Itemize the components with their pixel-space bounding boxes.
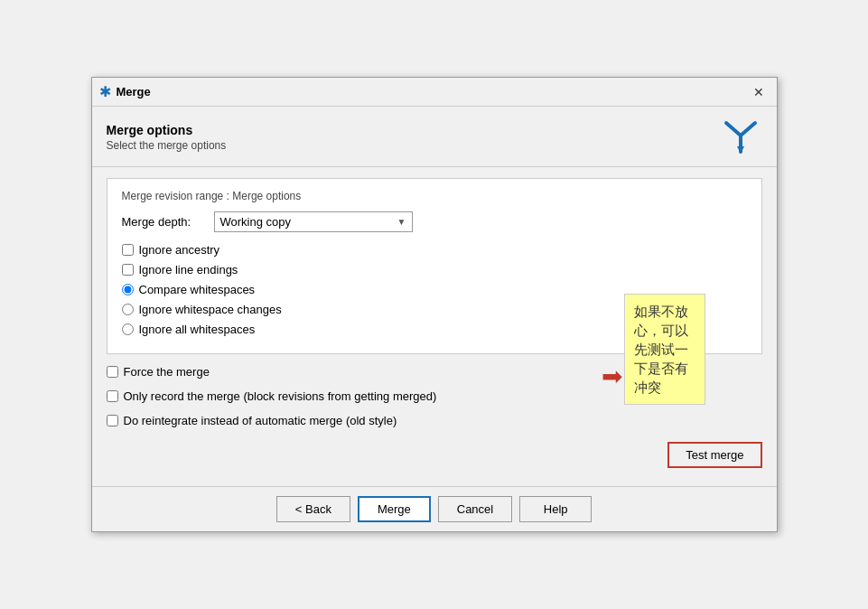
merge-app-icon: ✱: [99, 83, 111, 100]
ignore-ancestry-row: Ignore ancestry: [122, 243, 747, 257]
footer-bar: < Back Merge Cancel Help: [92, 486, 777, 531]
close-button[interactable]: ✕: [748, 84, 770, 100]
do-reintegrate-label: Do reintegrate instead of automatic merg…: [124, 414, 397, 427]
annotation-text: 如果不放心，可以先测试一下是否有冲突: [634, 304, 688, 395]
ignore-line-endings-row: Ignore line endings: [122, 263, 747, 276]
svg-marker-3: [737, 146, 744, 154]
ignore-whitespace-changes-radio[interactable]: [122, 304, 134, 315]
section-title: Merge revision range : Merge options: [122, 190, 747, 202]
ignore-all-whitespaces-label: Ignore all whitespaces: [139, 323, 256, 336]
merge-depth-dropdown[interactable]: Working copy ▼: [214, 211, 413, 232]
force-merge-checkbox[interactable]: [107, 366, 118, 378]
test-merge-button[interactable]: Test merge: [667, 442, 761, 468]
dropdown-value: Working copy: [220, 215, 292, 229]
cancel-button[interactable]: Cancel: [438, 496, 512, 522]
svg-line-1: [726, 123, 741, 136]
ignore-whitespace-changes-label: Ignore whitespace changes: [139, 303, 282, 316]
ignore-ancestry-label: Ignore ancestry: [139, 243, 220, 257]
arrow-icon: ➡: [602, 361, 622, 391]
header-subtitle: Select the merge options: [107, 139, 227, 152]
back-button[interactable]: < Back: [276, 496, 350, 522]
header-area: Merge options Select the merge options: [92, 107, 777, 167]
merge-button[interactable]: Merge: [358, 496, 431, 522]
only-record-checkbox[interactable]: [107, 390, 118, 402]
ignore-line-endings-checkbox[interactable]: [122, 264, 134, 276]
ignore-all-whitespaces-radio[interactable]: [122, 323, 134, 335]
merge-depth-row: Merge depth: Working copy ▼: [122, 211, 747, 232]
chevron-down-icon: ▼: [397, 217, 406, 227]
header-text: Merge options Select the merge options: [107, 123, 227, 152]
svg-line-2: [741, 123, 755, 136]
ignore-ancestry-checkbox[interactable]: [122, 244, 134, 256]
force-merge-label: Force the merge: [124, 365, 210, 379]
window-title: Merge: [117, 85, 151, 98]
merge-icon: [719, 116, 762, 159]
compare-whitespaces-radio[interactable]: [122, 284, 134, 295]
title-bar: ✱ Merge ✕: [92, 78, 777, 107]
test-merge-area: Test merge: [107, 438, 762, 475]
ignore-line-endings-label: Ignore line endings: [139, 263, 238, 276]
help-button[interactable]: Help: [519, 496, 592, 522]
merge-depth-label: Merge depth:: [122, 215, 203, 229]
header-title: Merge options: [107, 123, 227, 137]
annotation-box: 如果不放心，可以先测试一下是否有冲突: [624, 294, 705, 405]
do-reintegrate-checkbox[interactable]: [107, 415, 118, 426]
title-bar-left: ✱ Merge: [99, 83, 151, 100]
do-reintegrate-row: Do reintegrate instead of automatic merg…: [107, 414, 762, 427]
compare-whitespaces-label: Compare whitespaces: [139, 283, 256, 296]
only-record-label: Only record the merge (block revisions f…: [124, 389, 437, 403]
